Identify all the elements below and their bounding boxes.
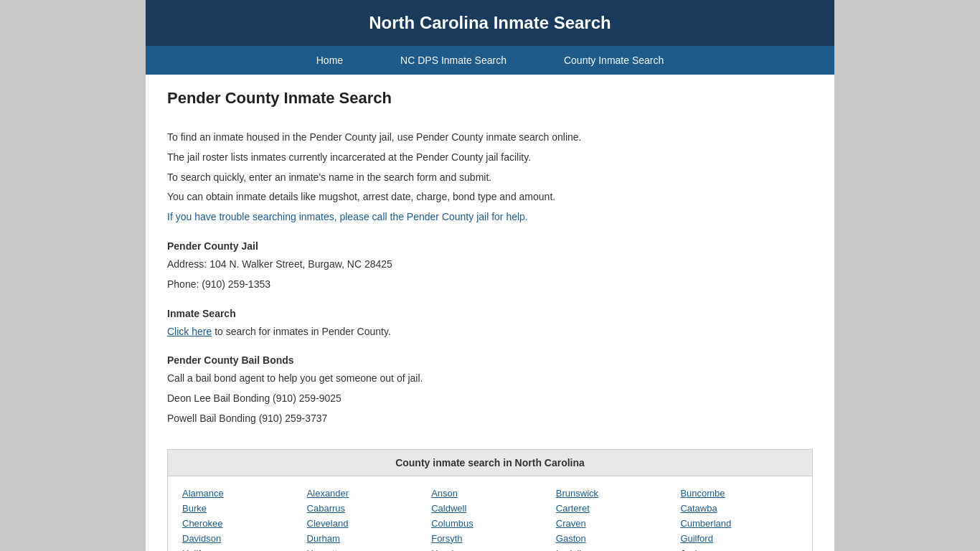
county-link[interactable]: Cabarrus [307,503,425,514]
county-link[interactable]: Alexander [307,488,425,499]
page-heading: Pender County Inmate Search [167,89,813,115]
county-link[interactable]: Caldwell [431,503,549,514]
county-link[interactable]: Durham [307,533,425,544]
intro-line-5: If you have trouble searching inmates, p… [167,209,813,226]
jail-section: Pender County Jail Address: 104 N. Walke… [167,240,813,293]
bail-bonds-call: Call a bail bond agent to help you get s… [167,370,813,387]
county-link[interactable]: Catawba [680,503,798,514]
site-header: North Carolina Inmate Search [146,0,834,46]
county-link[interactable]: Cherokee [182,518,300,529]
inmate-search-suffix: to search for inmates in Pender County. [212,326,391,337]
county-link[interactable]: Alamance [182,488,300,499]
intro-line-1: To find an inmate housed in the Pender C… [167,129,813,146]
nav-nc-dps[interactable]: NC DPS Inmate Search [372,46,535,75]
county-link[interactable]: Jackson [680,548,798,551]
bondsman-2: Powell Bail Bonding (910) 259-3737 [167,410,813,428]
county-link[interactable]: Cleveland [307,518,425,529]
county-table-section: County inmate search in North Carolina A… [167,449,813,551]
county-link[interactable]: Carteret [556,503,674,514]
bail-bonds-title: Pender County Bail Bonds [167,354,813,366]
county-link[interactable]: Columbus [431,518,549,529]
inmate-search-title: Inmate Search [167,308,813,319]
bail-bonds-section: Pender County Bail Bonds Call a bail bon… [167,354,813,427]
county-link[interactable]: Guilford [680,533,798,544]
bondsman-1: Deon Lee Bail Bonding (910) 259-9025 [167,390,813,408]
site-title: North Carolina Inmate Search [160,13,820,33]
county-link[interactable]: Gaston [556,533,674,544]
nav-home[interactable]: Home [288,46,372,75]
county-link[interactable]: Cumberland [680,518,798,529]
county-link[interactable]: Halifax [182,548,300,551]
county-link[interactable]: Davidson [182,533,300,544]
jail-address: Address: 104 N. Walker Street, Burgaw, N… [167,256,813,273]
main-nav: Home NC DPS Inmate Search County Inmate … [146,46,834,75]
county-table-header: County inmate search in North Carolina [168,450,812,476]
main-content: Pender County Inmate Search To find an i… [146,75,834,551]
county-link[interactable]: Burke [182,503,300,514]
county-grid: AlamanceAlexanderAnsonBrunswickBuncombeB… [168,476,812,551]
intro-text: To find an inmate housed in the Pender C… [167,129,813,226]
county-link[interactable]: Anson [431,488,549,499]
jail-section-title: Pender County Jail [167,240,813,252]
intro-line-2: The jail roster lists inmates currently … [167,149,813,166]
inmate-search-link[interactable]: Click here [167,326,212,337]
county-link[interactable]: Craven [556,518,674,529]
county-link[interactable]: Harnett [307,548,425,551]
county-link[interactable]: Henderson [431,548,549,551]
intro-line-4: You can obtain inmate details like mugsh… [167,189,813,206]
intro-line-3: To search quickly, enter an inmate's nam… [167,169,813,187]
nav-county[interactable]: County Inmate Search [535,46,692,75]
county-link[interactable]: Forsyth [431,533,549,544]
county-link[interactable]: Buncombe [680,488,798,499]
inmate-search-body: Click here to search for inmates in Pend… [167,324,813,341]
county-link[interactable]: Brunswick [556,488,674,499]
jail-phone: Phone: (910) 259-1353 [167,276,813,293]
county-link[interactable]: Iredell [556,548,674,551]
inmate-search-section: Inmate Search Click here to search for i… [167,308,813,341]
